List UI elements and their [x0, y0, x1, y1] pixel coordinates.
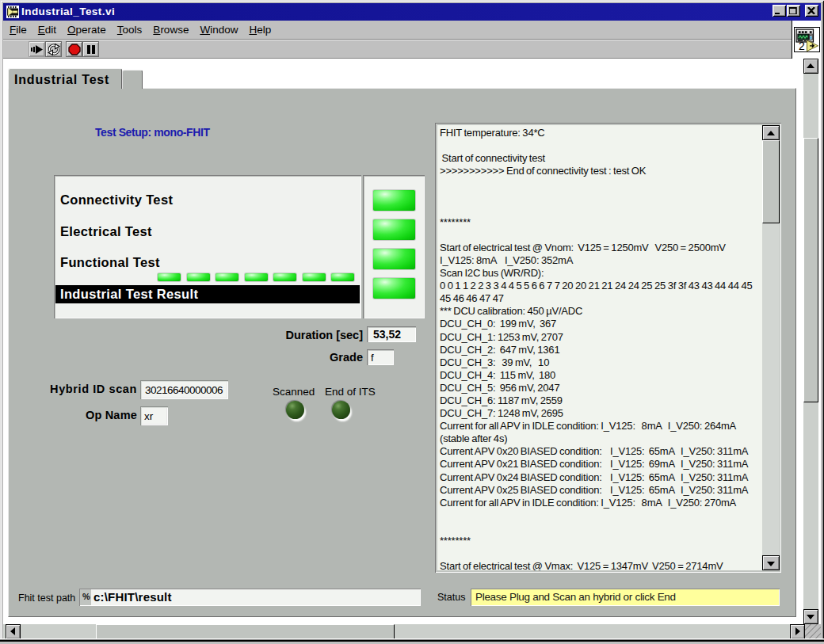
menu-bar: File Edit Operate Tools Browse Window He… [3, 21, 792, 40]
duration-field[interactable]: 53,52 [367, 326, 416, 342]
op-name-label: Op Name [42, 409, 137, 421]
test-setup-label: Test Setup: mono-FHIT [95, 126, 210, 139]
tab-label: Industrial Test [14, 73, 109, 86]
tab-page: Test Setup: mono-FHIT Connectivity Test … [8, 88, 796, 617]
hybrid-id-field[interactable]: 30216640000006 [140, 380, 228, 399]
log-scroll-up-button[interactable] [762, 125, 780, 140]
test-item-electrical[interactable]: Electrical Test [60, 224, 152, 239]
right-arrow-icon [795, 627, 800, 635]
pause-icon [85, 44, 97, 55]
progress-led [273, 273, 296, 281]
labview-window: Industrial_Test.vi File Edit Operate Too… [0, 0, 824, 644]
down-arrow-icon [807, 615, 814, 619]
abort-icon [68, 44, 81, 55]
panel-vscroll-thumb[interactable] [803, 138, 818, 402]
tab-industrial-test[interactable]: Industrial Test [8, 68, 122, 89]
menu-window[interactable]: Window [194, 21, 243, 39]
end-of-its-led [332, 401, 350, 419]
vi-icon-badge: 2 [799, 40, 805, 52]
menu-help[interactable]: Help [243, 21, 277, 39]
log-text[interactable]: FHIT temperature: 34*C Start of connecti… [437, 125, 762, 570]
progress-led [303, 273, 326, 281]
progress-led [216, 273, 238, 281]
vi-icon-pane[interactable]: 2 [792, 21, 821, 59]
minimize-icon [775, 7, 783, 14]
result-led [373, 249, 415, 269]
test-item-connectivity[interactable]: Connectivity Test [60, 192, 173, 208]
left-arrow-icon [10, 627, 15, 635]
toolbar [3, 40, 792, 59]
path-type-icon: % [82, 592, 90, 601]
test-item-functional[interactable]: Functional Test [60, 255, 160, 270]
down-arrow-icon [767, 562, 775, 566]
fhit-test-path-label: Fhit test path [18, 593, 75, 604]
grade-label: Grade [167, 351, 363, 364]
close-icon [807, 7, 815, 14]
panel-hscroll-thumb[interactable] [96, 624, 395, 639]
log-scroll-down-button[interactable] [762, 555, 780, 570]
log-scrollbar[interactable] [762, 125, 780, 570]
menu-operate[interactable]: Operate [62, 21, 112, 39]
abort-button[interactable] [66, 41, 82, 57]
minimize-button[interactable] [772, 5, 786, 17]
maximize-icon [789, 7, 797, 14]
run-continuously-icon [48, 44, 60, 55]
status-label: Status [437, 592, 465, 603]
window-bottom-frame [0, 638, 824, 644]
result-led [373, 190, 415, 211]
result-led [373, 278, 415, 299]
fhit-test-path-control[interactable]: % c:\FHIT\result [79, 589, 421, 606]
pause-button[interactable] [82, 41, 99, 57]
status-field[interactable]: Please Plug and Scan an hybrid or click … [471, 589, 780, 606]
fhit-test-path-value[interactable]: c:\FHIT\result [91, 589, 420, 605]
menu-browse[interactable]: Browse [147, 21, 194, 39]
progress-led [331, 273, 354, 281]
maximize-button[interactable] [787, 5, 800, 17]
end-of-its-label: End of ITS [325, 386, 376, 398]
vi-file-icon [6, 6, 19, 18]
run-icon [31, 44, 44, 55]
front-panel: Industrial Test Test Setup: mono-FHIT Co… [3, 59, 803, 624]
panel-scroll-right-button[interactable] [790, 624, 805, 639]
menu-file[interactable]: File [4, 21, 32, 39]
progress-led [187, 273, 210, 281]
panel-scroll-down-button[interactable] [803, 609, 818, 624]
scanned-label: Scanned [273, 386, 315, 398]
duration-label: Duration [sec] [167, 329, 363, 341]
close-button[interactable] [805, 5, 818, 17]
hybrid-id-label: Hybrid ID scan [42, 383, 137, 395]
test-item-result-selected[interactable]: Industrial Test Result [55, 285, 360, 303]
result-leds [373, 190, 415, 299]
panel-scroll-left-button[interactable] [6, 624, 21, 639]
log-scroll-thumb[interactable] [762, 140, 780, 223]
menu-edit[interactable]: Edit [32, 21, 62, 39]
panel-scroll-up-button[interactable] [803, 59, 818, 74]
up-arrow-icon [807, 63, 814, 68]
menu-tools[interactable]: Tools [112, 21, 148, 39]
op-name-field[interactable]: xr [140, 406, 168, 425]
resize-grip[interactable] [805, 624, 821, 639]
progress-led [158, 273, 181, 281]
vi-icon [794, 27, 820, 52]
up-arrow-icon [767, 131, 775, 135]
test-list[interactable]: Connectivity Test Electrical Test Functi… [54, 175, 361, 318]
functional-progress-leds [158, 273, 354, 281]
log-indicator: FHIT temperature: 34*C Start of connecti… [435, 123, 781, 573]
grade-field[interactable]: f [367, 349, 394, 365]
result-led [373, 219, 415, 240]
scanned-led [286, 401, 304, 419]
title-bar[interactable]: Industrial_Test.vi [3, 3, 821, 21]
run-button[interactable] [29, 41, 45, 57]
tab-blank[interactable] [122, 70, 143, 89]
panel-right-strip [818, 59, 821, 624]
selected-test-label: Industrial Test Result [60, 287, 198, 302]
progress-led [245, 273, 268, 281]
run-continuously-button[interactable] [45, 41, 62, 57]
result-led-panel [363, 175, 425, 318]
window-title: Industrial_Test.vi [21, 6, 115, 17]
